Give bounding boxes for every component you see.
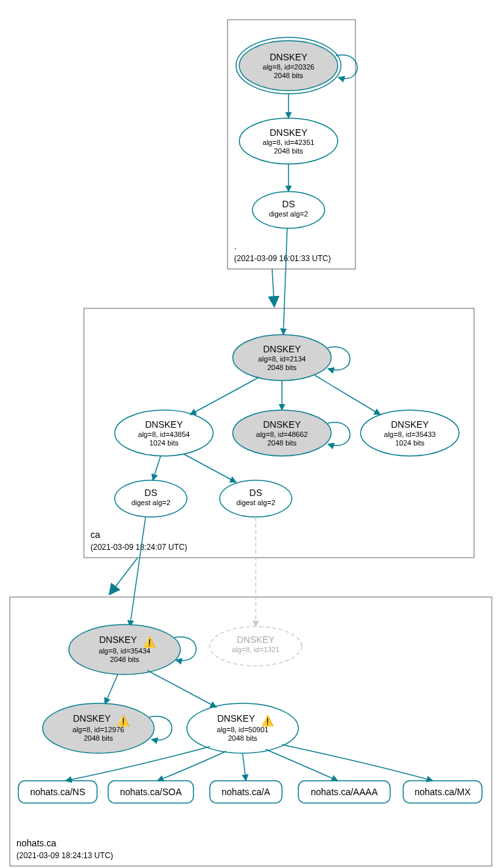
svg-text:alg=8, id=20326: alg=8, id=20326 [263, 63, 315, 71]
svg-text:1024 bits: 1024 bits [150, 439, 179, 447]
svg-text:DNSKEY: DNSKEY [263, 344, 301, 354]
svg-text:1024 bits: 1024 bits [395, 439, 425, 447]
svg-text:DNSKEY: DNSKEY [391, 419, 429, 430]
node-root-ds: DS digest alg=2 [252, 192, 325, 228]
node-rr-soa: nohats.ca/SOA [108, 781, 193, 803]
svg-text:DNSKEY: DNSKEY [263, 419, 301, 430]
svg-text:alg=8, id=1321: alg=8, id=1321 [232, 646, 280, 653]
svg-text:DNSKEY: DNSKEY [269, 52, 308, 62]
node-root-ksk: DNSKEY alg=8, id=20326 2048 bits [236, 37, 341, 94]
svg-text:alg=8, id=43854: alg=8, id=43854 [138, 430, 190, 438]
dnssec-diagram: . (2021-03-09 16:01:33 UTC) ca (2021-03-… [0, 0, 499, 868]
edge-nh-ksk-zskl [105, 674, 118, 704]
svg-text:nohats.ca/MX: nohats.ca/MX [414, 787, 471, 797]
svg-text:nohats.ca/SOA: nohats.ca/SOA [120, 787, 182, 797]
zone-arrow-root-ca [272, 269, 274, 303]
svg-text:DS: DS [144, 487, 157, 498]
edge-ca-ksk-zskr [315, 375, 380, 415]
svg-text:2048 bits: 2048 bits [84, 734, 113, 742]
edge-ca-dsl-nhksk [130, 517, 146, 627]
node-ca-zsk-left: DNSKEY alg=8, id=43854 1024 bits [115, 410, 213, 456]
svg-text:alg=8, id=2134: alg=8, id=2134 [258, 355, 306, 363]
svg-text:alg=8, id=35433: alg=8, id=35433 [384, 430, 436, 438]
node-ca-ksk: DNSKEY alg=8, id=2134 2048 bits [233, 335, 331, 381]
node-rr-aaaa: nohats.ca/AAAA [298, 781, 390, 803]
node-nh-zsk-right: DNSKEY ⚠️ alg=8, id=50901 2048 bits [187, 703, 298, 753]
edge-ca-zskl-dsr [184, 454, 236, 482]
edge-nh-ksk-zskr [148, 671, 216, 707]
svg-text:DNSKEY: DNSKEY [269, 127, 308, 138]
svg-text:DNSKEY: DNSKEY [73, 713, 111, 724]
svg-text:2048 bits: 2048 bits [268, 363, 297, 371]
svg-text:digest alg=2: digest alg=2 [131, 499, 170, 506]
svg-text:digest alg=2: digest alg=2 [269, 210, 308, 218]
svg-text:DS: DS [249, 487, 262, 498]
svg-text:DNSKEY: DNSKEY [145, 419, 183, 430]
zone-arrow-ca-nohats [111, 558, 138, 592]
edge-zskr-mx [282, 745, 433, 781]
svg-text:DNSKEY: DNSKEY [99, 634, 137, 645]
svg-text:alg=8, id=42351: alg=8, id=42351 [263, 138, 315, 146]
node-ca-ds-left: DS digest alg=2 [115, 480, 187, 517]
edge-zskr-a [243, 753, 246, 781]
svg-text:2048 bits: 2048 bits [274, 72, 304, 79]
svg-text:digest alg=2: digest alg=2 [236, 499, 275, 506]
node-rr-a: nohats.ca/A [210, 781, 282, 803]
svg-text:DNSKEY: DNSKEY [237, 634, 275, 645]
node-rr-ns: nohats.ca/NS [18, 781, 97, 803]
edge-ca-ksk-zskl [190, 377, 259, 415]
svg-text:nohats.ca/NS: nohats.ca/NS [30, 787, 85, 797]
edge-zskr-soa [157, 751, 226, 781]
svg-text:alg=8, id=12976: alg=8, id=12976 [73, 726, 125, 734]
svg-text:alg=8, id=48662: alg=8, id=48662 [256, 430, 308, 438]
svg-text:2048 bits: 2048 bits [274, 147, 304, 155]
svg-text:DS: DS [282, 199, 294, 209]
edge-ca-zskl-dsl [153, 456, 161, 480]
node-ca-ds-right: DS digest alg=2 [220, 480, 292, 517]
node-nh-zsk-left: DNSKEY ⚠️ alg=8, id=12976 2048 bits [43, 703, 154, 753]
edge-root-ds-to-ca-ksk [283, 228, 287, 335]
node-ca-zsk-mid: DNSKEY alg=8, id=48662 2048 bits [233, 410, 331, 456]
svg-text:nohats.ca/A: nohats.ca/A [222, 787, 271, 797]
zone-time-nohats: (2021-03-09 18:24:13 UTC) [16, 851, 113, 860]
node-ca-zsk-right: DNSKEY alg=8, id=35433 1024 bits [361, 410, 459, 456]
zone-label-ca: ca [90, 529, 100, 540]
svg-text:2048 bits: 2048 bits [268, 439, 297, 447]
zone-label-root: . [234, 241, 237, 251]
svg-text:alg=8, id=35434: alg=8, id=35434 [99, 647, 151, 655]
node-nh-ksk: DNSKEY ⚠️ alg=8, id=35434 2048 bits [69, 625, 180, 674]
svg-text:nohats.ca/AAAA: nohats.ca/AAAA [311, 787, 378, 797]
svg-text:alg=8, id=50901: alg=8, id=50901 [217, 726, 269, 734]
zone-time-ca: (2021-03-09 18:24:07 UTC) [90, 543, 187, 552]
svg-text:2048 bits: 2048 bits [228, 734, 258, 742]
node-root-zsk: DNSKEY alg=8, id=42351 2048 bits [239, 118, 338, 164]
zone-label-nohats: nohats.ca [16, 838, 56, 848]
svg-text:DNSKEY: DNSKEY [217, 713, 255, 724]
node-rr-mx: nohats.ca/MX [403, 781, 482, 803]
node-nh-missing: DNSKEY alg=8, id=1321 [210, 627, 302, 666]
zone-time-root: (2021-03-09 16:01:33 UTC) [234, 254, 330, 263]
edge-zskr-aaaa [266, 749, 338, 781]
svg-text:2048 bits: 2048 bits [110, 655, 140, 663]
